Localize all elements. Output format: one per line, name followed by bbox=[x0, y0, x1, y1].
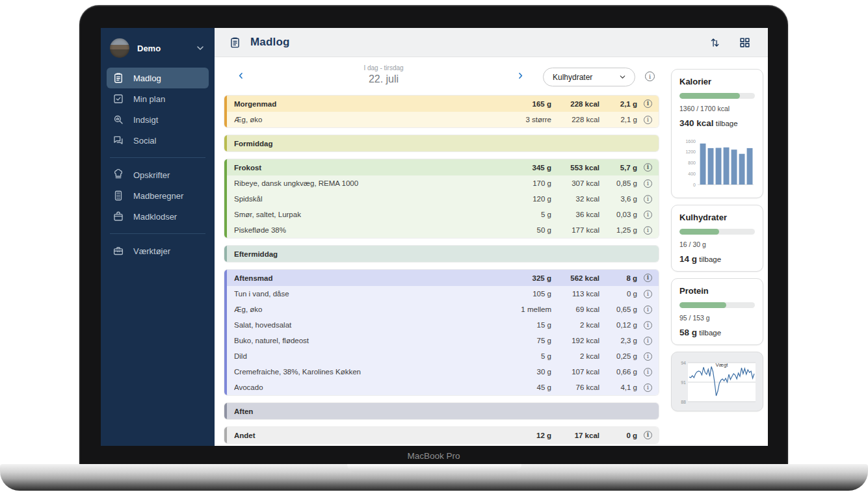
food-row[interactable]: Buko, naturel, flødeost75 g192 kcal2,3 g bbox=[227, 333, 659, 348]
app-window: Demo MadlogMin planIndsigtSocialOpskrift… bbox=[101, 28, 768, 446]
info-icon[interactable] bbox=[644, 383, 652, 392]
food-row[interactable]: Tun i vand, dåse105 g113 kcal0 g bbox=[227, 286, 659, 302]
meal-header[interactable]: Andet12 g17 kcal0 g bbox=[227, 427, 659, 443]
food-amount: 5 g bbox=[506, 352, 551, 360]
sidebar-item-indsigt[interactable]: Indsigt bbox=[107, 109, 209, 130]
food-row[interactable]: Piskefløde 38%50 g177 kcal1,25 g bbox=[227, 222, 659, 238]
food-row[interactable]: Cremefraiche, 38%, Karolines Køkken30 g1… bbox=[227, 364, 659, 380]
meal-header[interactable]: Aftensmad325 g562 kcal8 g bbox=[227, 270, 659, 286]
info-icon[interactable] bbox=[644, 99, 652, 108]
meal-total-nutrient: 0 g bbox=[599, 432, 637, 439]
sidebar-item-label: Madberegner bbox=[133, 191, 183, 201]
card-title: Protein bbox=[679, 286, 755, 296]
info-icon[interactable] bbox=[644, 431, 652, 439]
food-kcal: 228 kcal bbox=[551, 116, 599, 123]
protein-remaining: 58 g tilbage bbox=[679, 328, 755, 337]
calories-history-chart: 160012008004000 bbox=[679, 133, 755, 190]
meal-total-nutrient: 2,1 g bbox=[599, 100, 637, 108]
remaining-value: 14 g bbox=[679, 254, 697, 264]
meal-total-kcal: 562 kcal bbox=[551, 274, 599, 282]
chat-icon bbox=[112, 135, 125, 147]
meal-section-aften: Aften bbox=[224, 403, 659, 419]
meal-total-nutrient: 5,7 g bbox=[599, 164, 637, 172]
meal-header[interactable]: Eftermiddag bbox=[227, 246, 659, 262]
food-nutrient: 2,1 g bbox=[599, 116, 637, 123]
macbook-base bbox=[0, 464, 868, 491]
info-icon[interactable] bbox=[644, 321, 652, 330]
weight-card: 949188Vægt bbox=[671, 352, 763, 411]
macbook-frame: Demo MadlogMin planIndsigtSocialOpskrift… bbox=[79, 5, 788, 464]
meal-name: Frokost bbox=[234, 164, 506, 172]
food-nutrient: 1,25 g bbox=[599, 226, 637, 234]
info-icon[interactable] bbox=[644, 368, 652, 376]
meal-section-frokost: Frokost345 g553 kcal5,7 gRibeye, dansk u… bbox=[224, 159, 659, 238]
info-icon[interactable] bbox=[644, 290, 652, 298]
food-name: Æg, øko bbox=[234, 116, 506, 123]
food-row[interactable]: Dild5 g2 kcal0,25 g bbox=[227, 348, 659, 364]
svg-text:400: 400 bbox=[688, 172, 696, 176]
info-icon[interactable] bbox=[644, 116, 652, 124]
meal-header[interactable]: Morgenmad165 g228 kcal2,1 g bbox=[227, 96, 659, 112]
info-icon[interactable] bbox=[644, 179, 652, 188]
info-icon[interactable] bbox=[644, 305, 652, 314]
svg-text:94: 94 bbox=[681, 361, 686, 365]
food-kcal: 2 kcal bbox=[551, 321, 599, 329]
food-amount: 1 mellem bbox=[506, 305, 551, 313]
food-nutrient: 0,25 g bbox=[599, 352, 637, 360]
meal-section-morgenmad: Morgenmad165 g228 kcal2,1 gÆg, øko3 stør… bbox=[224, 96, 659, 127]
food-row[interactable]: Salat, hovedsalat15 g2 kcal0,12 g bbox=[227, 317, 659, 333]
food-row[interactable]: Smør, saltet, Lurpak5 g36 kcal0,03 g bbox=[227, 207, 659, 222]
food-row[interactable]: Æg, øko3 større228 kcal2,1 g bbox=[227, 112, 659, 127]
food-amount: 3 større bbox=[506, 116, 551, 123]
macbook-notch bbox=[347, 464, 521, 473]
info-icon[interactable] bbox=[644, 211, 652, 219]
date-subtitle: I dag - tirsdag bbox=[322, 64, 445, 71]
profile-menu[interactable]: Demo bbox=[101, 36, 215, 68]
meal-header[interactable]: Aften bbox=[227, 403, 659, 419]
food-row[interactable]: Ribeye, dansk ungkvæg, REMA 1000170 g307… bbox=[227, 175, 659, 191]
nutrient-dropdown[interactable]: Kulhydrater bbox=[543, 68, 635, 86]
svg-text:1200: 1200 bbox=[685, 149, 696, 154]
sidebar-item-label: Indsigt bbox=[133, 115, 158, 125]
info-icon[interactable] bbox=[644, 195, 652, 203]
sidebar-item-social[interactable]: Social bbox=[107, 130, 209, 151]
sidebar-divider bbox=[110, 157, 205, 158]
meal-header[interactable]: Formiddag bbox=[227, 135, 659, 151]
food-name: Smør, saltet, Lurpak bbox=[234, 211, 506, 218]
sort-button[interactable] bbox=[709, 36, 721, 49]
protein-ratio: 95 / 153 g bbox=[679, 314, 755, 322]
meal-name: Aftensmad bbox=[234, 274, 506, 282]
calories-ratio: 1360 / 1700 kcal bbox=[679, 105, 755, 112]
grid-view-button[interactable] bbox=[739, 36, 751, 49]
checklist-icon bbox=[112, 93, 125, 105]
info-icon[interactable] bbox=[644, 226, 652, 235]
previous-day-button[interactable] bbox=[236, 71, 246, 81]
sidebar-item-madberegner[interactable]: Madberegner bbox=[107, 185, 209, 206]
info-icon[interactable] bbox=[644, 352, 652, 361]
meals-column: I dag - tirsdag 22. juli Kulhydrater Mor… bbox=[224, 57, 659, 446]
info-icon[interactable] bbox=[645, 71, 655, 81]
lunchbox-icon bbox=[112, 211, 125, 223]
food-row[interactable]: Spidskål120 g32 kcal3,6 g bbox=[227, 191, 659, 207]
device-label: MacBook Pro bbox=[79, 451, 788, 461]
svg-text:88: 88 bbox=[681, 400, 686, 404]
sidebar-item-opskrifter[interactable]: Opskrifter bbox=[107, 164, 209, 185]
sidebar-item-madlog[interactable]: Madlog bbox=[107, 68, 209, 88]
remaining-label: tilbage bbox=[699, 329, 721, 337]
sidebar-item-vaerktoejer[interactable]: Værktøjer bbox=[107, 240, 209, 261]
info-icon[interactable] bbox=[644, 337, 652, 345]
info-icon[interactable] bbox=[644, 163, 652, 172]
sidebar-item-madklodser[interactable]: Madklodser bbox=[107, 206, 209, 227]
food-amount: 15 g bbox=[506, 321, 551, 329]
profile-name: Demo bbox=[137, 44, 195, 53]
sidebar-item-min-plan[interactable]: Min plan bbox=[107, 88, 209, 109]
food-row[interactable]: Æg, øko1 mellem69 kcal0,65 g bbox=[227, 302, 659, 317]
chef-hat-icon bbox=[112, 169, 125, 181]
info-icon[interactable] bbox=[644, 274, 652, 282]
food-name: Æg, øko bbox=[234, 305, 506, 313]
sidebar-item-label: Opskrifter bbox=[133, 170, 170, 180]
food-nutrient: 0,12 g bbox=[599, 321, 637, 329]
meal-header[interactable]: Frokost345 g553 kcal5,7 g bbox=[227, 159, 659, 175]
next-day-button[interactable] bbox=[516, 71, 525, 81]
food-row[interactable]: Avocado45 g76 kcal4,1 g bbox=[227, 380, 659, 395]
